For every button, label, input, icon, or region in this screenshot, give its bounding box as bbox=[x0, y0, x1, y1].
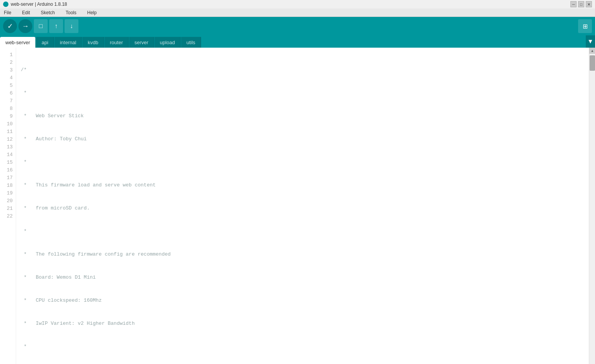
tabs-bar: web-server api internal kvdb router serv… bbox=[0, 35, 595, 48]
tabs-dropdown-button[interactable]: ▼ bbox=[586, 35, 595, 48]
line-num-13: 13 bbox=[0, 143, 16, 151]
menu-sketch[interactable]: Sketch bbox=[38, 9, 57, 16]
scroll-track[interactable] bbox=[589, 54, 595, 364]
line-num-2: 2 bbox=[0, 58, 16, 66]
line-numbers: 1 2 3 4 5 6 7 8 9 10 11 12 13 14 15 16 1… bbox=[0, 48, 16, 364]
code-line-8: * bbox=[21, 228, 584, 235]
code-editor: 1 2 3 4 5 6 7 8 9 10 11 12 13 14 15 16 1… bbox=[0, 48, 595, 364]
code-line-3: * Web Server Stick bbox=[21, 112, 584, 120]
minimize-button[interactable]: ─ bbox=[570, 1, 577, 7]
line-num-11: 11 bbox=[0, 128, 16, 135]
code-line-10: * Board: Wemos D1 Mini bbox=[21, 274, 584, 281]
close-button[interactable]: ✕ bbox=[586, 1, 592, 7]
code-line-11: * CPU clockspeed: 160Mhz bbox=[21, 297, 584, 304]
open-button[interactable]: ↑ bbox=[49, 19, 63, 33]
serial-monitor-button[interactable]: ⊞ bbox=[578, 19, 592, 33]
line-num-7: 7 bbox=[0, 97, 16, 105]
titlebar-left: web-server | Arduino 1.8.18 bbox=[3, 2, 67, 7]
titlebar-controls[interactable]: ─ □ ✕ bbox=[570, 1, 592, 7]
code-line-2: * bbox=[21, 89, 584, 97]
line-num-1: 1 bbox=[0, 51, 16, 58]
tab-router[interactable]: router bbox=[105, 37, 129, 48]
code-line-1: /* bbox=[21, 66, 584, 74]
code-line-5: * bbox=[21, 158, 584, 166]
menu-file[interactable]: File bbox=[2, 9, 13, 16]
tab-web-server[interactable]: web-server bbox=[0, 37, 36, 48]
code-line-13: * bbox=[21, 343, 584, 351]
line-num-21: 21 bbox=[0, 204, 16, 212]
tab-internal[interactable]: internal bbox=[55, 37, 82, 48]
scroll-thumb[interactable] bbox=[590, 55, 595, 71]
line-num-3: 3 bbox=[0, 66, 16, 74]
vertical-scrollbar[interactable]: ▲ ▼ bbox=[589, 48, 595, 364]
line-num-14: 14 bbox=[0, 151, 16, 158]
line-num-17: 17 bbox=[0, 174, 16, 181]
line-num-20: 20 bbox=[0, 197, 16, 204]
line-num-6: 6 bbox=[0, 89, 16, 97]
titlebar-title: web-server | Arduino 1.8.18 bbox=[11, 2, 67, 7]
line-num-9: 9 bbox=[0, 112, 16, 120]
scroll-up-arrow[interactable]: ▲ bbox=[589, 48, 595, 54]
code-line-12: * IwIP Varient: v2 Higher Bandwidth bbox=[21, 320, 584, 327]
upload-button[interactable]: → bbox=[18, 19, 32, 33]
line-num-19: 19 bbox=[0, 189, 16, 197]
menu-edit[interactable]: Edit bbox=[20, 9, 32, 16]
toolbar: ✓ → □ ↑ ↓ ⊞ bbox=[0, 17, 595, 35]
line-num-12: 12 bbox=[0, 135, 16, 143]
maximize-button[interactable]: □ bbox=[578, 1, 584, 7]
line-num-16: 16 bbox=[0, 166, 16, 174]
line-num-5: 5 bbox=[0, 81, 16, 89]
save-button[interactable]: ↓ bbox=[65, 19, 78, 33]
tab-server[interactable]: server bbox=[129, 37, 154, 48]
tab-utils[interactable]: utils bbox=[181, 37, 201, 48]
menu-tools[interactable]: Tools bbox=[63, 9, 79, 16]
code-line-7: * from microSD card. bbox=[21, 204, 584, 212]
line-num-18: 18 bbox=[0, 181, 16, 189]
line-num-22: 22 bbox=[0, 212, 16, 220]
new-button[interactable]: □ bbox=[34, 19, 48, 33]
tab-upload[interactable]: upload bbox=[155, 37, 181, 48]
line-num-10: 10 bbox=[0, 120, 16, 128]
code-line-9: * The following firmware config are reco… bbox=[21, 251, 584, 258]
code-line-4: * Author: Toby Chui bbox=[21, 135, 584, 143]
app-icon bbox=[3, 2, 8, 7]
tab-kvdb[interactable]: kvdb bbox=[82, 37, 104, 48]
code-content[interactable]: /* * * Web Server Stick * Author: Toby C… bbox=[16, 48, 589, 364]
line-num-4: 4 bbox=[0, 74, 16, 81]
code-line-6: * This firmware load and serve web conte… bbox=[21, 181, 584, 189]
titlebar: web-server | Arduino 1.8.18 ─ □ ✕ bbox=[0, 0, 595, 8]
menubar: File Edit Sketch Tools Help bbox=[0, 8, 595, 17]
menu-help[interactable]: Help bbox=[85, 9, 99, 16]
toolbar-right: ⊞ bbox=[578, 19, 592, 33]
line-num-8: 8 bbox=[0, 105, 16, 112]
tab-api[interactable]: api bbox=[36, 37, 54, 48]
line-num-15: 15 bbox=[0, 158, 16, 166]
verify-button[interactable]: ✓ bbox=[3, 19, 17, 33]
